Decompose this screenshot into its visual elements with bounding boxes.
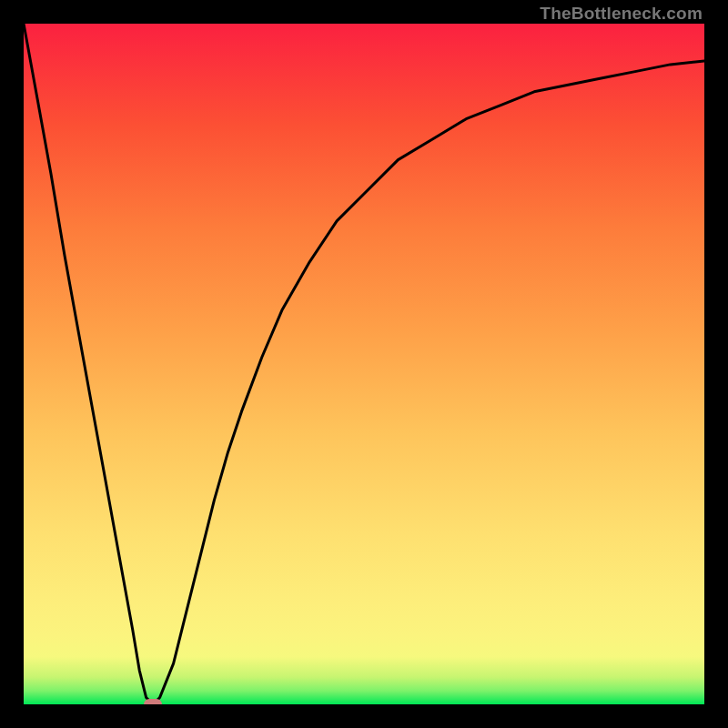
plot-area: [24, 24, 704, 704]
bottleneck-curve: [24, 24, 704, 704]
watermark-text: TheBottleneck.com: [540, 4, 703, 24]
chart-frame: TheBottleneck.com: [0, 0, 728, 728]
bottleneck-marker: [144, 699, 162, 704]
curve-svg: [24, 24, 704, 704]
